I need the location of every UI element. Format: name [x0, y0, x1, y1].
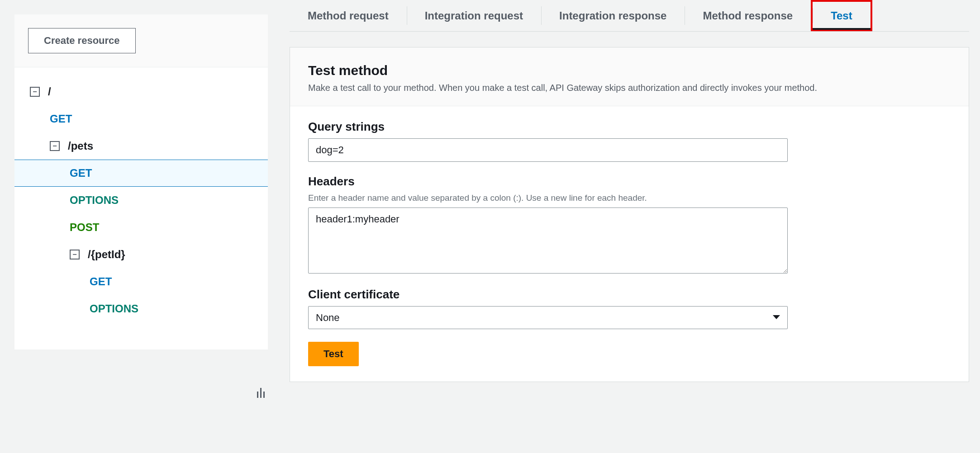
panel-description: Make a test call to your method. When yo…	[308, 83, 951, 93]
client-certificate-select[interactable]: None	[308, 306, 788, 329]
panel-title: Test method	[308, 63, 951, 78]
tree-node-pets-post[interactable]: POST	[14, 214, 268, 241]
tree-label: /	[48, 85, 51, 98]
headers-field: Headers Enter a header name and value se…	[308, 175, 951, 275]
minus-icon[interactable]: −	[50, 141, 60, 151]
tree-label: OPTIONS	[70, 194, 119, 207]
headers-hint: Enter a header name and value separated …	[308, 193, 951, 203]
tree-label: /pets	[68, 140, 93, 152]
main-content: Method request Integration request Integ…	[271, 0, 980, 453]
tree-label: GET	[70, 167, 92, 179]
sidebar-header: Create resource	[14, 14, 268, 67]
tree-node-petid-get[interactable]: GET	[14, 268, 268, 295]
tree-label: POST	[70, 221, 99, 234]
test-method-panel: Test method Make a test call to your met…	[290, 47, 969, 382]
query-strings-field: Query strings	[308, 120, 951, 162]
tree-label: GET	[90, 275, 112, 288]
client-certificate-field: Client certificate None	[308, 288, 951, 329]
query-strings-label: Query strings	[308, 120, 951, 134]
create-resource-button[interactable]: Create resource	[28, 28, 136, 53]
tree-node-pets[interactable]: − /pets	[14, 132, 268, 160]
tree-node-pets-options[interactable]: OPTIONS	[14, 187, 268, 214]
resource-tree: − / GET − /pets GET OPTIONS POST	[14, 67, 268, 349]
tree-node-pets-get[interactable]: GET	[14, 160, 268, 187]
headers-textarea[interactable]	[308, 208, 788, 274]
tree-node-root-get[interactable]: GET	[14, 105, 268, 132]
minus-icon[interactable]: −	[70, 250, 80, 260]
headers-label: Headers	[308, 175, 951, 189]
tree-node-petid[interactable]: − /{petId}	[14, 241, 268, 268]
tab-integration-request[interactable]: Integration request	[407, 0, 541, 31]
tab-method-response[interactable]: Method response	[685, 0, 811, 31]
minus-icon[interactable]: −	[30, 87, 40, 97]
tab-integration-response[interactable]: Integration response	[541, 0, 685, 31]
tab-method-request[interactable]: Method request	[290, 0, 407, 31]
tree-label: GET	[50, 113, 72, 125]
resources-sidebar: Create resource − / GET − /pets GET	[0, 0, 271, 453]
query-strings-input[interactable]	[308, 138, 788, 162]
panel-resize-handle[interactable]	[257, 384, 267, 398]
tab-test[interactable]: Test	[811, 0, 872, 31]
tree-node-petid-options[interactable]: OPTIONS	[14, 295, 268, 322]
method-tabs: Method request Integration request Integ…	[290, 0, 969, 32]
tree-label: OPTIONS	[90, 302, 138, 315]
test-button[interactable]: Test	[308, 342, 359, 366]
tree-label: /{petId}	[88, 248, 125, 261]
client-certificate-label: Client certificate	[308, 288, 951, 302]
tree-node-root[interactable]: − /	[14, 78, 268, 105]
